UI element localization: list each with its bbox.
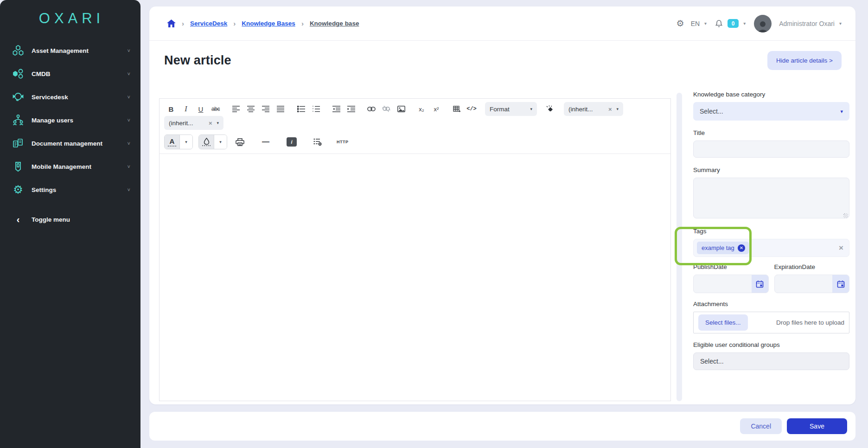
bold-button[interactable]: B bbox=[164, 102, 178, 115]
calendar-icon[interactable] bbox=[832, 275, 849, 293]
code-view-button[interactable]: </> bbox=[465, 102, 479, 115]
sidebar-item-manage-users[interactable]: Manage users ˅ bbox=[0, 109, 140, 132]
expiration-date-input[interactable] bbox=[775, 275, 833, 293]
breadcrumb-separator: › bbox=[233, 19, 236, 27]
caret-down-icon: ▾ bbox=[217, 121, 219, 125]
insert-link-icon[interactable] bbox=[364, 102, 378, 115]
info-block-icon[interactable]: i bbox=[285, 135, 299, 148]
tag-remove-icon[interactable]: ✕ bbox=[738, 244, 745, 252]
chevron-down-icon: ˅ bbox=[128, 117, 130, 123]
tags-input[interactable]: example tag ✕ × bbox=[693, 239, 849, 257]
user-menu-caret-icon[interactable]: ▾ bbox=[839, 21, 842, 26]
breadcrumb-separator: › bbox=[182, 19, 184, 27]
sidebar-item-document-management[interactable]: Document management ˅ bbox=[0, 132, 140, 155]
font-family-dropdown[interactable]: (inherit... × ▾ bbox=[564, 102, 623, 116]
editor-content-area[interactable] bbox=[160, 154, 670, 411]
indent-icon[interactable] bbox=[344, 102, 358, 115]
superscript-button[interactable]: x² bbox=[429, 102, 443, 115]
tag-chip: example tag ✕ bbox=[697, 242, 749, 254]
user-avatar[interactable] bbox=[754, 15, 772, 32]
highlight-color-control[interactable]: ▾ bbox=[198, 134, 227, 149]
unlink-icon[interactable] bbox=[379, 102, 393, 115]
app-root: OXARI Asset Management ˅ CMDB bbox=[0, 0, 868, 448]
eligible-groups-label: Eligible user conditional groups bbox=[693, 341, 849, 348]
resize-grip-icon[interactable] bbox=[843, 213, 848, 218]
sidebar-item-label: Mobile Management bbox=[32, 163, 91, 170]
language-selector[interactable]: EN bbox=[691, 20, 700, 27]
sidebar-item-servicedesk[interactable]: Servicedesk ˅ bbox=[0, 85, 140, 109]
title-label: Title bbox=[693, 129, 849, 136]
format-dropdown-value: Format bbox=[490, 106, 510, 113]
language-caret-icon[interactable]: ▾ bbox=[704, 21, 707, 26]
page-title: New article bbox=[164, 53, 231, 68]
expiration-date-field bbox=[774, 275, 850, 293]
title-input[interactable] bbox=[693, 141, 849, 158]
eligible-groups-select[interactable]: Select... bbox=[693, 352, 849, 370]
font-size-clear-icon[interactable]: × bbox=[209, 120, 212, 127]
italic-button[interactable]: I bbox=[179, 102, 193, 115]
pane-splitter[interactable] bbox=[677, 93, 682, 401]
sidebar-item-asset-management[interactable]: Asset Management ˅ bbox=[0, 39, 140, 62]
align-left-icon[interactable] bbox=[229, 102, 243, 115]
notification-count-badge[interactable]: 0 bbox=[728, 19, 739, 28]
notification-caret-icon[interactable]: ▾ bbox=[743, 21, 746, 26]
list-settings-icon[interactable] bbox=[311, 135, 325, 148]
breadcrumb-link-knowledge-bases[interactable]: Knowledge Bases bbox=[242, 20, 295, 27]
strikethrough-button[interactable]: abc bbox=[209, 102, 223, 115]
text-color-caret-icon[interactable]: ▾ bbox=[179, 135, 192, 149]
summary-textarea[interactable] bbox=[693, 178, 849, 218]
text-color-control[interactable]: A ▾ bbox=[164, 134, 193, 149]
print-icon[interactable] bbox=[233, 135, 247, 148]
clear-formatting-icon[interactable] bbox=[543, 102, 557, 115]
sidebar-item-label: Settings bbox=[32, 186, 56, 193]
highlight-caret-icon[interactable]: ▾ bbox=[214, 135, 227, 149]
page-header: New article Hide article details > bbox=[149, 41, 855, 70]
save-button[interactable]: Save bbox=[787, 418, 847, 434]
sidebar-item-label: Asset Management bbox=[32, 47, 89, 54]
insert-image-icon[interactable] bbox=[394, 102, 408, 115]
category-select[interactable]: Select... ▾ bbox=[693, 102, 849, 121]
numbered-list-icon[interactable] bbox=[309, 102, 323, 115]
breadcrumb-separator: › bbox=[301, 19, 304, 27]
cancel-button[interactable]: Cancel bbox=[740, 418, 782, 434]
subscript-button[interactable]: x₂ bbox=[415, 102, 428, 115]
bullet-list-icon[interactable] bbox=[294, 102, 308, 115]
hide-article-details-button[interactable]: Hide article details > bbox=[767, 51, 842, 70]
toggle-menu-button[interactable]: ‹ Toggle menu bbox=[0, 208, 140, 231]
publish-date-field bbox=[693, 275, 769, 293]
horizontal-rule-button[interactable]: — bbox=[259, 135, 273, 148]
settings-gear-icon[interactable]: ⚙ bbox=[677, 19, 684, 28]
paragraph-format-dropdown[interactable]: Format ▾ bbox=[485, 102, 537, 116]
publish-date-input[interactable] bbox=[694, 275, 752, 293]
sidebar-item-mobile-management[interactable]: Mobile Management ˅ bbox=[0, 155, 140, 178]
font-family-clear-icon[interactable]: × bbox=[608, 106, 612, 113]
font-size-value: (inherit... bbox=[169, 120, 204, 127]
underline-button[interactable]: U bbox=[194, 102, 208, 115]
chevron-left-icon: ‹ bbox=[11, 212, 25, 226]
article-editor: B I U abc bbox=[159, 98, 671, 401]
select-files-button[interactable]: Select files... bbox=[698, 314, 748, 331]
calendar-icon[interactable] bbox=[752, 275, 768, 293]
eligible-groups-value: Select... bbox=[700, 358, 724, 365]
home-icon[interactable] bbox=[167, 19, 176, 28]
breadcrumb-link-servicedesk[interactable]: ServiceDesk bbox=[190, 20, 227, 27]
sidebar: OXARI Asset Management ˅ CMDB bbox=[0, 0, 140, 448]
http-link-button[interactable]: HTTP bbox=[335, 135, 351, 148]
insert-table-icon[interactable] bbox=[450, 102, 464, 115]
caret-down-icon: ▾ bbox=[616, 107, 619, 111]
attachments-dropzone[interactable]: Select files... Drop files here to uploa… bbox=[693, 312, 849, 333]
font-size-dropdown[interactable]: (inherit... × ▾ bbox=[164, 116, 223, 130]
sidebar-item-settings[interactable]: ⚙ Settings ˅ bbox=[0, 178, 140, 201]
justify-icon[interactable] bbox=[274, 102, 287, 115]
user-name[interactable]: Administrator Oxari bbox=[779, 20, 835, 27]
sidebar-item-label: Manage users bbox=[32, 117, 73, 124]
tags-clear-icon[interactable]: × bbox=[839, 243, 843, 253]
highlight-droplet-icon bbox=[199, 135, 214, 149]
sidebar-item-cmdb[interactable]: CMDB ˅ bbox=[0, 62, 140, 85]
caret-down-icon: ▾ bbox=[530, 107, 532, 111]
breadcrumb-current-knowledge-base[interactable]: Knowledge base bbox=[310, 20, 359, 27]
align-right-icon[interactable] bbox=[259, 102, 273, 115]
outdent-icon[interactable] bbox=[329, 102, 343, 115]
notifications-bell-icon[interactable] bbox=[715, 19, 723, 28]
align-center-icon[interactable] bbox=[244, 102, 258, 115]
